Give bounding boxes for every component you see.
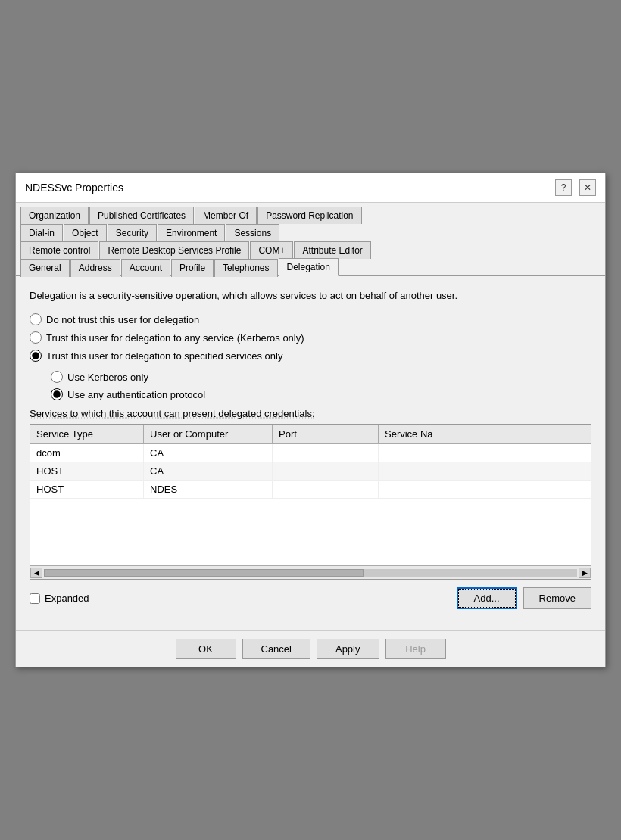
radio-kerberos-only-input[interactable] xyxy=(51,371,63,383)
radio-any-protocol-label: Use any authentication protocol xyxy=(67,389,205,400)
tab-row-3: Remote control Remote Desktop Services P… xyxy=(20,241,601,258)
expanded-checkbox-label[interactable]: Expanded xyxy=(30,593,89,604)
tab-remote-desktop[interactable]: Remote Desktop Services Profile xyxy=(99,241,249,259)
radio-any-protocol-input[interactable] xyxy=(51,388,63,400)
td-user-computer-0: CA xyxy=(144,444,273,462)
bottom-bar: OK Cancel Apply Help xyxy=(16,630,605,667)
td-port-1 xyxy=(273,462,379,480)
title-bar-left: NDESSvc Properties xyxy=(25,182,123,194)
td-service-name-2 xyxy=(379,481,591,498)
th-port: Port xyxy=(273,425,379,443)
remove-button[interactable]: Remove xyxy=(523,587,591,609)
ok-button[interactable]: OK xyxy=(176,639,236,659)
services-table: Service Type User or Computer Port Servi… xyxy=(30,424,591,580)
tab-account[interactable]: Account xyxy=(121,259,170,277)
tab-object[interactable]: Object xyxy=(64,224,107,241)
tab-organization[interactable]: Organization xyxy=(20,207,89,224)
scroll-left-arrow[interactable]: ◀ xyxy=(30,568,42,578)
content-area: Delegation is a security-sensitive opera… xyxy=(16,276,605,631)
cancel-button[interactable]: Cancel xyxy=(242,639,310,659)
expanded-label: Expanded xyxy=(45,593,89,604)
expanded-row: Expanded Add... Remove xyxy=(30,587,591,609)
tab-row-4: General Address Account Profile Telephon… xyxy=(20,258,601,276)
table-body: dcom CA HOST CA HOST NDES xyxy=(30,444,591,565)
horizontal-scrollbar[interactable]: ◀ ▶ xyxy=(30,565,591,579)
radio-trust-any-input[interactable] xyxy=(30,331,42,344)
scroll-track[interactable] xyxy=(44,569,577,577)
dialog-title: NDESSvc Properties xyxy=(25,182,123,194)
help-button-bottom: Help xyxy=(385,639,446,659)
radio-kerberos-only[interactable]: Use Kerberos only xyxy=(51,371,591,383)
table-row[interactable]: dcom CA xyxy=(30,444,591,462)
tab-member-of[interactable]: Member Of xyxy=(195,207,257,224)
services-label: Services to which this account can prese… xyxy=(30,408,591,419)
tab-security[interactable]: Security xyxy=(108,224,157,241)
th-user-computer: User or Computer xyxy=(144,425,273,443)
tab-profile[interactable]: Profile xyxy=(171,259,214,277)
dialog-window: NDESSvc Properties ? ✕ Organization Publ… xyxy=(15,173,606,668)
tab-dial-in[interactable]: Dial-in xyxy=(20,224,63,241)
radio-no-trust[interactable]: Do not trust this user for delegation xyxy=(30,313,591,325)
td-port-2 xyxy=(273,481,379,498)
td-service-name-1 xyxy=(379,462,591,480)
scroll-thumb[interactable] xyxy=(44,569,364,577)
tab-sessions[interactable]: Sessions xyxy=(226,224,279,241)
close-button[interactable]: ✕ xyxy=(579,179,596,196)
radio-trust-specified-input[interactable] xyxy=(30,350,42,362)
tab-address[interactable]: Address xyxy=(70,259,120,277)
th-service-type: Service Type xyxy=(30,425,144,443)
tabs-container: Organization Published Certificates Memb… xyxy=(16,203,605,276)
expanded-checkbox[interactable] xyxy=(30,593,40,604)
tab-row-1: Organization Published Certificates Memb… xyxy=(20,206,601,223)
table-row[interactable]: HOST NDES xyxy=(30,481,591,499)
title-bar: NDESSvc Properties ? ✕ xyxy=(16,173,605,203)
table-header: Service Type User or Computer Port Servi… xyxy=(30,425,591,444)
radio-group-delegation: Do not trust this user for delegation Tr… xyxy=(30,313,591,400)
tab-environment[interactable]: Environment xyxy=(158,224,225,241)
td-service-type-0: dcom xyxy=(30,444,144,462)
radio-any-protocol[interactable]: Use any authentication protocol xyxy=(51,388,591,400)
td-user-computer-1: CA xyxy=(144,462,273,480)
scroll-right-arrow[interactable]: ▶ xyxy=(579,568,591,578)
table-row[interactable]: HOST CA xyxy=(30,462,591,481)
tab-published-certificates[interactable]: Published Certificates xyxy=(89,207,194,224)
add-button[interactable]: Add... xyxy=(457,587,517,609)
tab-attribute-editor[interactable]: Attribute Editor xyxy=(294,241,370,259)
tab-row-2: Dial-in Object Security Environment Sess… xyxy=(20,223,601,241)
tab-general[interactable]: General xyxy=(20,259,70,277)
action-buttons: Add... Remove xyxy=(457,587,591,609)
title-bar-right: ? ✕ xyxy=(555,179,596,196)
radio-no-trust-input[interactable] xyxy=(30,313,42,325)
delegation-description: Delegation is a security-sensitive opera… xyxy=(30,288,591,303)
radio-trust-specified[interactable]: Trust this user for delegation to specif… xyxy=(30,350,591,362)
apply-button[interactable]: Apply xyxy=(317,639,379,659)
tab-remote-control[interactable]: Remote control xyxy=(20,241,98,259)
td-port-0 xyxy=(273,444,379,462)
radio-trust-any[interactable]: Trust this user for delegation to any se… xyxy=(30,331,591,344)
td-user-computer-2: NDES xyxy=(144,481,273,498)
td-service-type-1: HOST xyxy=(30,462,144,480)
radio-trust-specified-label: Trust this user for delegation to specif… xyxy=(46,350,282,362)
td-service-name-0 xyxy=(379,444,591,462)
tab-com-plus[interactable]: COM+ xyxy=(250,241,293,259)
help-button[interactable]: ? xyxy=(555,179,572,196)
tab-delegation[interactable]: Delegation xyxy=(279,258,339,276)
radio-trust-any-label: Trust this user for delegation to any se… xyxy=(46,332,304,344)
tab-password-replication[interactable]: Password Replication xyxy=(257,207,361,224)
tab-telephones[interactable]: Telephones xyxy=(214,259,277,277)
radio-kerberos-only-label: Use Kerberos only xyxy=(67,372,148,383)
th-service-name: Service Na xyxy=(379,425,591,443)
sub-radio-group: Use Kerberos only Use any authentication… xyxy=(51,371,591,400)
radio-no-trust-label: Do not trust this user for delegation xyxy=(46,314,199,325)
td-service-type-2: HOST xyxy=(30,481,144,498)
